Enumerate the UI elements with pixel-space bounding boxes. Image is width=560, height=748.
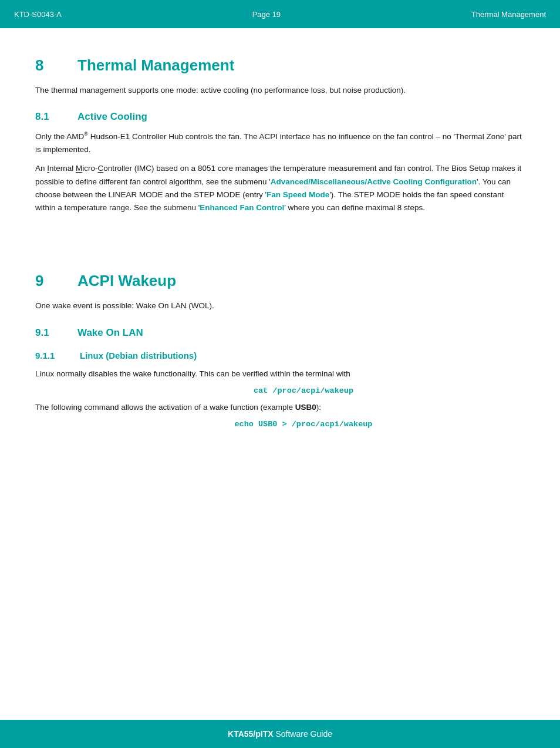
link-enhanced-fan-control[interactable]: Enhanced Fan Control — [200, 203, 284, 212]
section-9-title: ACPI Wakeup — [77, 272, 176, 290]
footer-normal: Software Guide — [274, 729, 332, 739]
section-9-1-1-number: 9.1.1 — [35, 351, 68, 360]
section-9-1-number: 9.1 — [35, 327, 63, 339]
header-left: KTD-S0043-A — [14, 10, 62, 19]
section-8-1-heading: 8.1 Active Cooling — [35, 111, 525, 123]
main-content: 8 Thermal Management The thermal managem… — [0, 28, 560, 470]
section-9-1-1-heading: 9.1.1 Linux (Debian distributions) — [35, 351, 525, 360]
section-8-1-number: 8.1 — [35, 111, 63, 123]
section-9-1-heading: 9.1 Wake On LAN — [35, 327, 525, 339]
section-8-number: 8 — [35, 56, 59, 75]
footer-bold: KTA55/pITX — [228, 729, 274, 739]
spacer-2 — [35, 244, 525, 267]
header-center: Page 19 — [252, 10, 281, 19]
footer-bar: KTA55/pITX Software Guide — [0, 720, 560, 748]
section-9-heading: 9 ACPI Wakeup — [35, 272, 525, 290]
link-fan-speed-mode[interactable]: Fan Speed Mode — [266, 190, 329, 199]
code-echo-wakeup: echo USB0 > /proc/acpi/wakeup — [82, 420, 525, 429]
section-9-1-title: Wake On LAN — [77, 327, 143, 339]
link-advanced-misc[interactable]: Advanced/Miscellaneous/Active Cooling Co… — [271, 177, 477, 186]
spacer-1 — [35, 220, 525, 244]
section-8-1-para2: An Internal Micro-Controller (IMC) based… — [35, 162, 525, 214]
section-9-number: 9 — [35, 272, 59, 290]
section-9-1-1-title: Linux (Debian distributions) — [80, 351, 197, 360]
section-8-intro: The thermal management supports one mode… — [35, 84, 525, 97]
section-9-1-1-para2: The following command allows the activat… — [35, 401, 525, 414]
code-cat-wakeup: cat /proc/acpi/wakeup — [82, 386, 525, 395]
header-right: Thermal Management — [471, 10, 546, 19]
footer-text: KTA55/pITX Software Guide — [228, 729, 332, 739]
section-9-intro: One wake event is possible: Wake On LAN … — [35, 299, 525, 312]
section-8-title: Thermal Management — [77, 56, 234, 75]
section-8-1-para1: Only the AMD® Hudson-E1 Controller Hub c… — [35, 130, 525, 156]
header-bar: KTD-S0043-A Page 19 Thermal Management — [0, 0, 560, 28]
section-9-1-1-para1: Linux normally disables the wake functio… — [35, 368, 525, 380]
section-8-heading: 8 Thermal Management — [35, 56, 525, 75]
section-8-1-title: Active Cooling — [77, 111, 147, 123]
